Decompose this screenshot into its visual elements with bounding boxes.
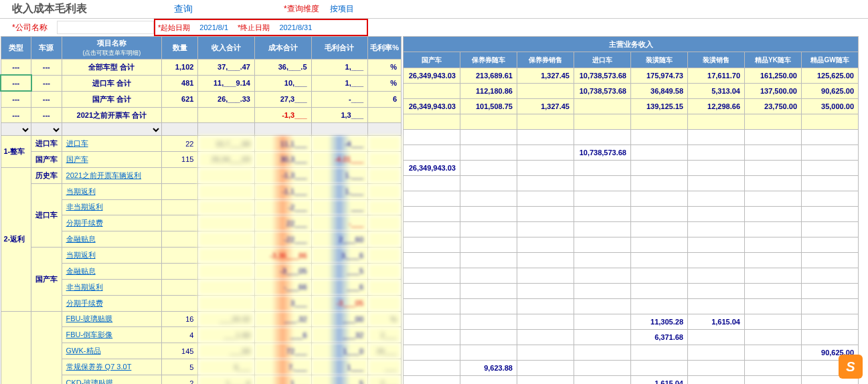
project-link[interactable]: 常规保养券 Q7 3.0T bbox=[62, 359, 162, 375]
revenue-row: 11,305.281,615.04 bbox=[404, 314, 859, 330]
col-gpr: 毛利率% bbox=[368, 37, 402, 60]
table-row: FBU-玻璃贴膜16___20.32___.32___00% bbox=[1, 311, 402, 327]
revenue-col: 精品GW随车 bbox=[802, 52, 859, 68]
table-row: 进口车当期返利-1,1___1,___ bbox=[1, 183, 402, 199]
table-row: 国产车当期返利-3,36___863,___6 bbox=[1, 248, 402, 264]
page-title: 收入成本毛利表 bbox=[0, 2, 154, 16]
filter-row[interactable] bbox=[1, 123, 402, 136]
dimension-label: *查询维度 bbox=[280, 3, 323, 15]
revenue-row: 9,623.88 bbox=[404, 361, 859, 376]
project-link[interactable]: 当期返利 bbox=[62, 183, 162, 199]
project-link[interactable]: GWK-精品 bbox=[62, 343, 162, 359]
revenue-row bbox=[404, 284, 859, 299]
revenue-row: 26,349,943.03213,689.611,327.4510,738,57… bbox=[404, 68, 859, 84]
col-cost: 成本合计 bbox=[254, 37, 311, 60]
revenue-col: 装潢销售 bbox=[688, 52, 745, 68]
summary-row: ------进口车 合计48111,___9.1410,___1,___% bbox=[1, 75, 402, 91]
revenue-row: 1,615.04 bbox=[404, 376, 859, 385]
project-link[interactable]: 金融贴息 bbox=[62, 231, 162, 248]
revenue-row: 26,349,943.03101,508.751,327.45139,125.1… bbox=[404, 99, 859, 114]
table-row: 2-返利历史车2021之前开票车辆返利-1,3___1.___ bbox=[1, 167, 402, 183]
main-table: 类型 车源 项目名称(点击可联查单车明细) 数量 收入合计 成本合计 毛利合计 … bbox=[0, 36, 402, 384]
start-date-input[interactable]: 2021/8/1 bbox=[190, 23, 238, 31]
start-date-label: *起始日期 bbox=[158, 23, 190, 33]
company-input[interactable] bbox=[57, 21, 154, 34]
project-link[interactable]: 2021之前开票车辆返利 bbox=[62, 167, 162, 183]
table-row: 1-整车进口车进口车2210,7___6811,1___-4___ bbox=[1, 136, 402, 152]
revenue-row bbox=[404, 130, 859, 145]
revenue-row bbox=[404, 114, 859, 130]
summary-row: ------全部车型 合计1,10237,___.4736,___.51,___… bbox=[1, 60, 402, 76]
table-row: 国产车国产车11526,34___0330,3___-4,01___ bbox=[1, 151, 402, 167]
project-link[interactable]: 非当期返利 bbox=[62, 279, 162, 295]
revenue-row bbox=[404, 191, 859, 207]
revenue-row bbox=[404, 299, 859, 314]
revenue-row bbox=[404, 222, 859, 237]
revenue-row bbox=[404, 207, 859, 222]
revenue-row bbox=[404, 253, 859, 268]
revenue-col: 保养券销售 bbox=[517, 52, 574, 68]
summary-row: ------国产车 合计62126,___.3327,3___-___6 bbox=[1, 91, 402, 107]
revenue-row: 112,180.8610,738,573.6836,849.585,313.04… bbox=[404, 84, 859, 99]
revenue-row: 6,371.68 bbox=[404, 330, 859, 345]
revenue-row: 90,625.00 bbox=[404, 345, 859, 361]
revenue-col: 装潢随车 bbox=[631, 52, 688, 68]
project-link[interactable]: FBU-倒车影像 bbox=[62, 327, 162, 343]
project-link[interactable]: 非当期返利 bbox=[62, 199, 162, 215]
project-link[interactable]: FBU-玻璃贴膜 bbox=[62, 311, 162, 327]
revenue-header: 主营业务收入 bbox=[404, 37, 859, 52]
project-link[interactable]: 分期手续费 bbox=[62, 215, 162, 231]
col-source: 车源 bbox=[31, 37, 62, 60]
project-link[interactable]: 分期手续费 bbox=[62, 295, 162, 311]
revenue-row bbox=[404, 176, 859, 191]
col-gp: 毛利合计 bbox=[311, 37, 368, 60]
project-link[interactable]: 进口车 bbox=[62, 136, 162, 152]
end-date-input[interactable]: 2021/8/31 bbox=[270, 23, 321, 31]
col-qty: 数量 bbox=[162, 37, 198, 60]
summary-row: ------2021之前开票车 合计-1,3___1,3___ bbox=[1, 107, 402, 123]
end-date-label: *终止日期 bbox=[238, 23, 270, 33]
query-button[interactable]: 查询 bbox=[154, 3, 213, 15]
revenue-row bbox=[404, 268, 859, 284]
col-project[interactable]: 项目名称(点击可联查单车明细) bbox=[62, 37, 162, 60]
project-link[interactable]: 金融贴息 bbox=[62, 263, 162, 279]
dimension-value[interactable]: 按项目 bbox=[323, 3, 361, 15]
col-type: 类型 bbox=[1, 37, 31, 60]
revenue-col: 保养券随车 bbox=[460, 52, 517, 68]
revenue-row: 26,349,943.03 bbox=[404, 161, 859, 176]
project-link[interactable]: CKD-玻璃贴膜 bbox=[62, 375, 162, 385]
date-range-box: *起始日期 2021/8/1 *终止日期 2021/8/31 bbox=[154, 19, 368, 36]
project-link[interactable]: 当期返利 bbox=[62, 248, 162, 264]
col-income: 收入合计 bbox=[198, 37, 255, 60]
revenue-row: 10,738,573.68 bbox=[404, 145, 859, 161]
revenue-row bbox=[404, 237, 859, 253]
project-link[interactable]: 国产车 bbox=[62, 151, 162, 167]
revenue-col: 国产车 bbox=[404, 52, 460, 68]
company-label: *公司名称 bbox=[0, 22, 57, 33]
revenue-table: 主营业务收入 国产车保养券随车保养券销售进口车装潢随车装潢销售精品YK随车精品G… bbox=[403, 36, 859, 384]
revenue-col: 精品YK随车 bbox=[745, 52, 802, 68]
revenue-col: 进口车 bbox=[574, 52, 631, 68]
sogou-ime-icon[interactable]: S bbox=[839, 355, 863, 379]
